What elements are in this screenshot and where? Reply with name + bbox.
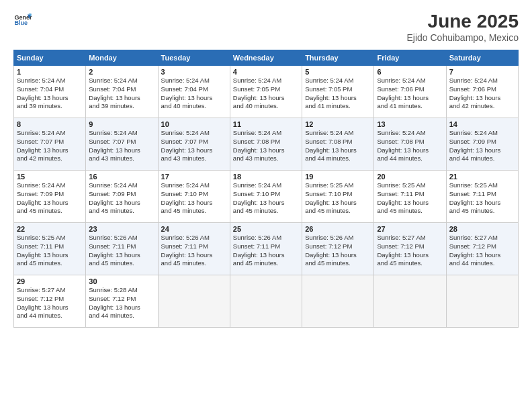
logo: General Blue: [13, 11, 32, 30]
day-number: 23: [89, 225, 154, 233]
day-number: 10: [161, 120, 227, 128]
day-cell: 24Sunrise: 5:26 AMSunset: 7:11 PMDayligh…: [158, 223, 230, 275]
week-row-3: 15Sunrise: 5:24 AMSunset: 7:09 PMDayligh…: [14, 171, 519, 223]
day-cell: 19Sunrise: 5:25 AMSunset: 7:10 PMDayligh…: [302, 171, 374, 223]
day-info: Sunrise: 5:27 AMSunset: 7:12 PMDaylight:…: [377, 234, 443, 268]
week-row-4: 22Sunrise: 5:25 AMSunset: 7:11 PMDayligh…: [14, 223, 519, 275]
day-info: Sunrise: 5:24 AMSunset: 7:06 PMDaylight:…: [377, 77, 443, 111]
day-cell: 1Sunrise: 5:24 AMSunset: 7:04 PMDaylight…: [14, 66, 86, 118]
day-cell: 25Sunrise: 5:26 AMSunset: 7:11 PMDayligh…: [230, 223, 302, 275]
day-info: Sunrise: 5:24 AMSunset: 7:08 PMDaylight:…: [377, 129, 443, 163]
day-cell: 15Sunrise: 5:24 AMSunset: 7:09 PMDayligh…: [14, 171, 86, 223]
day-info: Sunrise: 5:26 AMSunset: 7:11 PMDaylight:…: [161, 234, 227, 268]
day-info: Sunrise: 5:26 AMSunset: 7:11 PMDaylight:…: [233, 234, 299, 268]
day-number: 29: [17, 277, 83, 285]
day-number: 9: [89, 120, 154, 128]
day-cell: 9Sunrise: 5:24 AMSunset: 7:07 PMDaylight…: [86, 118, 158, 171]
day-cell: 11Sunrise: 5:24 AMSunset: 7:08 PMDayligh…: [230, 118, 302, 171]
day-cell: 2Sunrise: 5:24 AMSunset: 7:04 PMDaylight…: [86, 66, 158, 118]
day-cell: 30Sunrise: 5:28 AMSunset: 7:12 PMDayligh…: [86, 275, 158, 328]
day-info: Sunrise: 5:24 AMSunset: 7:10 PMDaylight:…: [161, 181, 227, 216]
day-info: Sunrise: 5:24 AMSunset: 7:08 PMDaylight:…: [305, 129, 371, 163]
week-row-1: 1Sunrise: 5:24 AMSunset: 7:04 PMDaylight…: [14, 66, 519, 118]
day-info: Sunrise: 5:24 AMSunset: 7:04 PMDaylight:…: [161, 77, 227, 111]
day-info: Sunrise: 5:24 AMSunset: 7:09 PMDaylight:…: [449, 129, 515, 163]
day-number: 30: [89, 277, 154, 285]
day-cell: [158, 275, 230, 328]
day-cell: 8Sunrise: 5:24 AMSunset: 7:07 PMDaylight…: [14, 118, 86, 171]
col-header-friday: Friday: [374, 50, 446, 66]
day-info: Sunrise: 5:26 AMSunset: 7:12 PMDaylight:…: [305, 234, 371, 268]
week-row-2: 8Sunrise: 5:24 AMSunset: 7:07 PMDaylight…: [14, 118, 519, 171]
header: General Blue June 2025 Ejido Cohuibampo,…: [13, 11, 519, 43]
day-cell: 6Sunrise: 5:24 AMSunset: 7:06 PMDaylight…: [374, 66, 446, 118]
day-cell: 5Sunrise: 5:24 AMSunset: 7:05 PMDaylight…: [302, 66, 374, 118]
day-cell: 28Sunrise: 5:27 AMSunset: 7:12 PMDayligh…: [446, 223, 518, 275]
day-info: Sunrise: 5:26 AMSunset: 7:11 PMDaylight:…: [89, 234, 154, 268]
day-number: 16: [89, 173, 154, 181]
day-cell: 12Sunrise: 5:24 AMSunset: 7:08 PMDayligh…: [302, 118, 374, 171]
day-number: 27: [377, 225, 443, 233]
day-number: 15: [17, 173, 83, 181]
day-info: Sunrise: 5:24 AMSunset: 7:06 PMDaylight:…: [449, 77, 515, 111]
day-info: Sunrise: 5:28 AMSunset: 7:12 PMDaylight:…: [89, 286, 154, 320]
day-cell: 4Sunrise: 5:24 AMSunset: 7:05 PMDaylight…: [230, 66, 302, 118]
header-row: SundayMondayTuesdayWednesdayThursdayFrid…: [14, 50, 519, 66]
day-cell: 18Sunrise: 5:24 AMSunset: 7:10 PMDayligh…: [230, 171, 302, 223]
day-cell: 20Sunrise: 5:25 AMSunset: 7:11 PMDayligh…: [374, 171, 446, 223]
day-cell: [230, 275, 302, 328]
day-info: Sunrise: 5:24 AMSunset: 7:09 PMDaylight:…: [17, 181, 83, 216]
day-cell: 7Sunrise: 5:24 AMSunset: 7:06 PMDaylight…: [446, 66, 518, 118]
day-number: 26: [305, 225, 371, 233]
day-cell: 3Sunrise: 5:24 AMSunset: 7:04 PMDaylight…: [158, 66, 230, 118]
day-info: Sunrise: 5:24 AMSunset: 7:04 PMDaylight:…: [89, 77, 154, 111]
day-cell: 27Sunrise: 5:27 AMSunset: 7:12 PMDayligh…: [374, 223, 446, 275]
day-cell: [374, 275, 446, 328]
day-cell: 13Sunrise: 5:24 AMSunset: 7:08 PMDayligh…: [374, 118, 446, 171]
day-info: Sunrise: 5:24 AMSunset: 7:07 PMDaylight:…: [161, 129, 227, 163]
day-cell: [302, 275, 374, 328]
day-cell: 23Sunrise: 5:26 AMSunset: 7:11 PMDayligh…: [86, 223, 158, 275]
day-number: 2: [89, 68, 154, 76]
day-cell: 22Sunrise: 5:25 AMSunset: 7:11 PMDayligh…: [14, 223, 86, 275]
calendar-page: General Blue June 2025 Ejido Cohuibampo,…: [0, 0, 532, 411]
day-cell: 10Sunrise: 5:24 AMSunset: 7:07 PMDayligh…: [158, 118, 230, 171]
day-cell: [446, 275, 518, 328]
day-info: Sunrise: 5:24 AMSunset: 7:08 PMDaylight:…: [233, 129, 299, 163]
day-number: 3: [161, 68, 227, 76]
day-number: 19: [305, 173, 371, 181]
day-info: Sunrise: 5:25 AMSunset: 7:11 PMDaylight:…: [449, 181, 515, 216]
col-header-monday: Monday: [86, 50, 158, 66]
day-number: 20: [377, 173, 443, 181]
logo-icon: General Blue: [13, 11, 32, 30]
day-number: 4: [233, 68, 299, 76]
day-number: 11: [233, 120, 299, 128]
day-number: 24: [161, 225, 227, 233]
day-number: 8: [17, 120, 83, 128]
main-title: June 2025: [406, 11, 519, 32]
col-header-saturday: Saturday: [446, 50, 518, 66]
day-number: 17: [161, 173, 227, 181]
day-number: 12: [305, 120, 371, 128]
week-row-5: 29Sunrise: 5:27 AMSunset: 7:12 PMDayligh…: [14, 275, 519, 328]
day-cell: 17Sunrise: 5:24 AMSunset: 7:10 PMDayligh…: [158, 171, 230, 223]
day-number: 21: [449, 173, 515, 181]
day-cell: 16Sunrise: 5:24 AMSunset: 7:09 PMDayligh…: [86, 171, 158, 223]
day-info: Sunrise: 5:24 AMSunset: 7:04 PMDaylight:…: [17, 77, 83, 111]
day-number: 5: [305, 68, 371, 76]
day-number: 25: [233, 225, 299, 233]
day-info: Sunrise: 5:25 AMSunset: 7:11 PMDaylight:…: [377, 181, 443, 216]
day-info: Sunrise: 5:24 AMSunset: 7:07 PMDaylight:…: [17, 129, 83, 163]
day-number: 22: [17, 225, 83, 233]
svg-text:Blue: Blue: [14, 19, 28, 26]
day-number: 28: [449, 225, 515, 233]
day-number: 13: [377, 120, 443, 128]
day-cell: 21Sunrise: 5:25 AMSunset: 7:11 PMDayligh…: [446, 171, 518, 223]
col-header-wednesday: Wednesday: [230, 50, 302, 66]
day-info: Sunrise: 5:27 AMSunset: 7:12 PMDaylight:…: [17, 286, 83, 320]
day-info: Sunrise: 5:24 AMSunset: 7:09 PMDaylight:…: [89, 181, 154, 216]
day-info: Sunrise: 5:25 AMSunset: 7:10 PMDaylight:…: [305, 181, 371, 216]
col-header-tuesday: Tuesday: [158, 50, 230, 66]
day-info: Sunrise: 5:25 AMSunset: 7:11 PMDaylight:…: [17, 234, 83, 268]
calendar-table: SundayMondayTuesdayWednesdayThursdayFrid…: [13, 50, 519, 328]
